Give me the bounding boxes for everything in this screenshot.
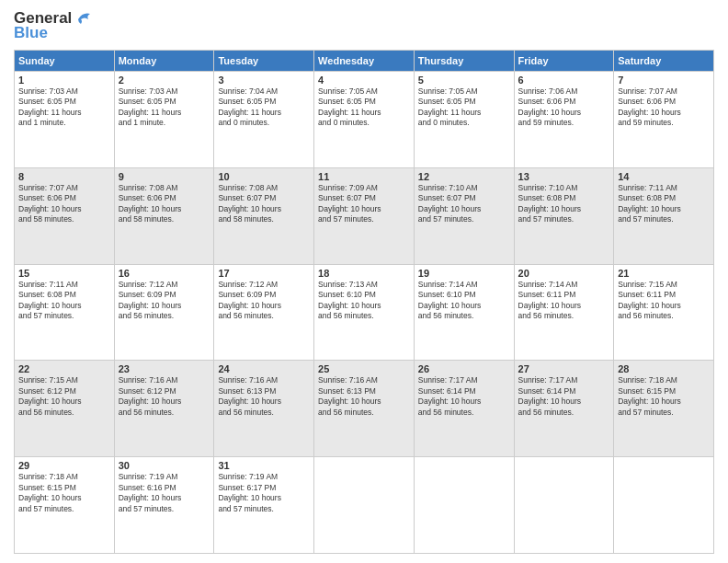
day-cell: 7Sunrise: 7:07 AMSunset: 6:06 PMDaylight…	[614, 72, 714, 168]
day-info: Sunrise: 7:15 AMSunset: 6:11 PMDaylight:…	[618, 280, 710, 322]
day-number: 7	[618, 75, 710, 86]
day-info: Sunrise: 7:03 AMSunset: 6:05 PMDaylight:…	[119, 86, 210, 129]
day-cell	[414, 457, 514, 554]
day-header-saturday: Saturday	[614, 51, 714, 72]
page: General Blue SundayMondayTuesdayWednesda…	[0, 0, 728, 563]
day-info: Sunrise: 7:16 AMSunset: 6:13 PMDaylight:…	[218, 375, 310, 418]
day-number: 8	[18, 171, 110, 182]
day-cell: 24Sunrise: 7:16 AMSunset: 6:13 PMDayligh…	[214, 361, 314, 457]
week-row-3: 15Sunrise: 7:11 AMSunset: 6:08 PMDayligh…	[15, 264, 714, 361]
day-number: 30	[119, 460, 210, 471]
day-number: 20	[518, 268, 610, 279]
week-row-2: 8Sunrise: 7:07 AMSunset: 6:06 PMDaylight…	[15, 167, 714, 264]
day-cell: 6Sunrise: 7:06 AMSunset: 6:06 PMDaylight…	[514, 72, 614, 168]
day-number: 21	[618, 268, 710, 279]
day-cell: 23Sunrise: 7:16 AMSunset: 6:12 PMDayligh…	[114, 361, 214, 457]
day-info: Sunrise: 7:05 AMSunset: 6:05 PMDaylight:…	[318, 86, 410, 129]
day-info: Sunrise: 7:05 AMSunset: 6:05 PMDaylight:…	[418, 86, 510, 129]
day-info: Sunrise: 7:11 AMSunset: 6:08 PMDaylight:…	[618, 183, 710, 225]
logo-bird-icon	[74, 10, 94, 27]
day-cell: 14Sunrise: 7:11 AMSunset: 6:08 PMDayligh…	[614, 167, 714, 264]
day-info: Sunrise: 7:08 AMSunset: 6:06 PMDaylight:…	[119, 183, 210, 225]
day-info: Sunrise: 7:12 AMSunset: 6:09 PMDaylight:…	[119, 280, 210, 322]
day-cell: 28Sunrise: 7:18 AMSunset: 6:15 PMDayligh…	[614, 361, 714, 457]
day-info: Sunrise: 7:14 AMSunset: 6:10 PMDaylight:…	[418, 280, 510, 322]
week-row-5: 29Sunrise: 7:18 AMSunset: 6:15 PMDayligh…	[15, 457, 714, 554]
day-info: Sunrise: 7:04 AMSunset: 6:05 PMDaylight:…	[218, 86, 310, 129]
day-info: Sunrise: 7:06 AMSunset: 6:06 PMDaylight:…	[518, 86, 610, 129]
day-cell: 1Sunrise: 7:03 AMSunset: 6:05 PMDaylight…	[15, 72, 115, 168]
day-number: 17	[218, 268, 310, 279]
day-cell: 29Sunrise: 7:18 AMSunset: 6:15 PMDayligh…	[15, 457, 115, 554]
day-header-sunday: Sunday	[15, 51, 115, 72]
day-number: 12	[418, 171, 510, 182]
day-cell: 18Sunrise: 7:13 AMSunset: 6:10 PMDayligh…	[314, 264, 415, 361]
day-number: 5	[418, 75, 510, 86]
day-cell: 13Sunrise: 7:10 AMSunset: 6:08 PMDayligh…	[514, 167, 614, 264]
day-cell: 25Sunrise: 7:16 AMSunset: 6:13 PMDayligh…	[314, 361, 415, 457]
day-info: Sunrise: 7:07 AMSunset: 6:06 PMDaylight:…	[18, 183, 110, 225]
day-cell: 9Sunrise: 7:08 AMSunset: 6:06 PMDaylight…	[114, 167, 214, 264]
day-info: Sunrise: 7:12 AMSunset: 6:09 PMDaylight:…	[218, 280, 310, 322]
day-header-thursday: Thursday	[414, 51, 514, 72]
day-header-tuesday: Tuesday	[214, 51, 314, 72]
header-row: SundayMondayTuesdayWednesdayThursdayFrid…	[15, 51, 714, 72]
day-info: Sunrise: 7:07 AMSunset: 6:06 PMDaylight:…	[618, 86, 710, 129]
day-header-friday: Friday	[514, 51, 614, 72]
day-cell: 19Sunrise: 7:14 AMSunset: 6:10 PMDayligh…	[414, 264, 514, 361]
day-header-monday: Monday	[114, 51, 214, 72]
day-number: 14	[618, 171, 710, 182]
day-number: 9	[119, 171, 210, 182]
day-info: Sunrise: 7:08 AMSunset: 6:07 PMDaylight:…	[218, 183, 310, 225]
day-number: 10	[218, 171, 310, 182]
day-info: Sunrise: 7:19 AMSunset: 6:16 PMDaylight:…	[119, 472, 210, 514]
day-info: Sunrise: 7:03 AMSunset: 6:05 PMDaylight:…	[18, 86, 110, 129]
day-info: Sunrise: 7:16 AMSunset: 6:13 PMDaylight:…	[318, 375, 410, 418]
day-cell: 5Sunrise: 7:05 AMSunset: 6:05 PMDaylight…	[414, 72, 514, 168]
day-cell: 22Sunrise: 7:15 AMSunset: 6:12 PMDayligh…	[15, 361, 115, 457]
day-number: 23	[119, 363, 210, 374]
day-info: Sunrise: 7:18 AMSunset: 6:15 PMDaylight:…	[618, 375, 710, 418]
day-cell: 10Sunrise: 7:08 AMSunset: 6:07 PMDayligh…	[214, 167, 314, 264]
day-info: Sunrise: 7:09 AMSunset: 6:07 PMDaylight:…	[318, 183, 410, 225]
day-header-wednesday: Wednesday	[314, 51, 415, 72]
day-number: 31	[218, 460, 310, 471]
week-row-4: 22Sunrise: 7:15 AMSunset: 6:12 PMDayligh…	[15, 361, 714, 457]
day-number: 11	[318, 171, 410, 182]
day-info: Sunrise: 7:19 AMSunset: 6:17 PMDaylight:…	[218, 472, 310, 514]
day-number: 18	[318, 268, 410, 279]
day-number: 3	[218, 75, 310, 86]
day-cell: 12Sunrise: 7:10 AMSunset: 6:07 PMDayligh…	[414, 167, 514, 264]
day-info: Sunrise: 7:10 AMSunset: 6:07 PMDaylight:…	[418, 183, 510, 225]
header: General Blue	[14, 9, 714, 42]
day-cell: 11Sunrise: 7:09 AMSunset: 6:07 PMDayligh…	[314, 167, 415, 264]
day-number: 19	[418, 268, 510, 279]
day-cell: 17Sunrise: 7:12 AMSunset: 6:09 PMDayligh…	[214, 264, 314, 361]
day-cell	[314, 457, 415, 554]
day-cell: 27Sunrise: 7:17 AMSunset: 6:14 PMDayligh…	[514, 361, 614, 457]
day-info: Sunrise: 7:10 AMSunset: 6:08 PMDaylight:…	[518, 183, 610, 225]
day-cell: 26Sunrise: 7:17 AMSunset: 6:14 PMDayligh…	[414, 361, 514, 457]
day-number: 24	[218, 363, 310, 374]
day-info: Sunrise: 7:18 AMSunset: 6:15 PMDaylight:…	[18, 472, 110, 514]
day-cell	[514, 457, 614, 554]
week-row-1: 1Sunrise: 7:03 AMSunset: 6:05 PMDaylight…	[15, 72, 714, 168]
day-number: 15	[18, 268, 110, 279]
day-info: Sunrise: 7:17 AMSunset: 6:14 PMDaylight:…	[418, 375, 510, 418]
day-number: 16	[119, 268, 210, 279]
day-number: 2	[119, 75, 210, 86]
day-info: Sunrise: 7:11 AMSunset: 6:08 PMDaylight:…	[18, 280, 110, 322]
day-info: Sunrise: 7:17 AMSunset: 6:14 PMDaylight:…	[518, 375, 610, 418]
day-info: Sunrise: 7:14 AMSunset: 6:11 PMDaylight:…	[518, 280, 610, 322]
day-cell: 4Sunrise: 7:05 AMSunset: 6:05 PMDaylight…	[314, 72, 415, 168]
day-cell: 31Sunrise: 7:19 AMSunset: 6:17 PMDayligh…	[214, 457, 314, 554]
day-number: 22	[18, 363, 110, 374]
calendar-table: SundayMondayTuesdayWednesdayThursdayFrid…	[14, 50, 714, 554]
day-number: 1	[18, 75, 110, 86]
day-info: Sunrise: 7:16 AMSunset: 6:12 PMDaylight:…	[119, 375, 210, 418]
day-number: 29	[18, 460, 110, 471]
day-cell: 3Sunrise: 7:04 AMSunset: 6:05 PMDaylight…	[214, 72, 314, 168]
day-cell: 15Sunrise: 7:11 AMSunset: 6:08 PMDayligh…	[15, 264, 115, 361]
day-number: 25	[318, 363, 410, 374]
day-cell: 8Sunrise: 7:07 AMSunset: 6:06 PMDaylight…	[15, 167, 115, 264]
